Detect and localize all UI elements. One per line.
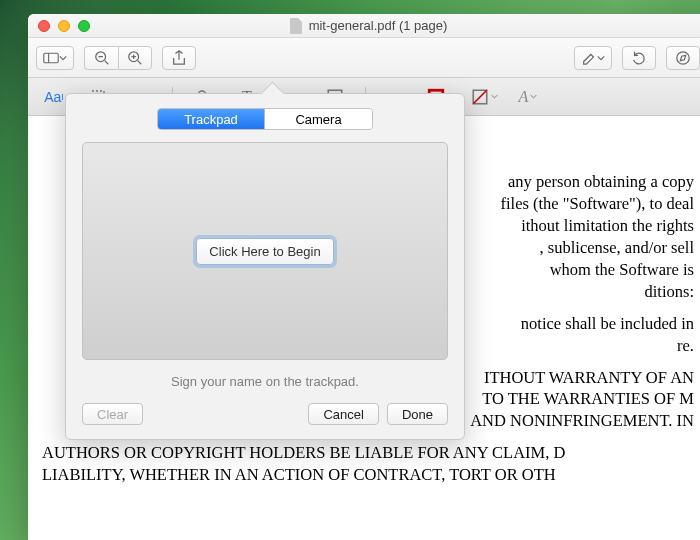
zoom-in-button[interactable] <box>118 46 152 70</box>
zoom-window-button[interactable] <box>78 20 90 32</box>
window-title-text: mit-general.pdf (1 page) <box>309 18 448 33</box>
chevron-down-icon <box>491 93 498 100</box>
text-style-tool[interactable]: AaI <box>40 85 68 109</box>
highlight-icon <box>581 50 597 66</box>
chevron-down-icon <box>597 54 605 62</box>
signature-canvas[interactable]: Click Here to Begin <box>82 142 448 360</box>
highlight-button[interactable] <box>574 46 612 70</box>
clear-button[interactable]: Clear <box>82 403 143 425</box>
window-title: mit-general.pdf (1 page) <box>28 18 700 34</box>
svg-line-6 <box>138 60 142 64</box>
close-window-button[interactable] <box>38 20 50 32</box>
markup-icon <box>675 50 691 66</box>
svg-point-9 <box>677 51 689 63</box>
share-icon <box>171 50 187 66</box>
svg-line-3 <box>104 60 108 64</box>
signature-hint: Sign your name on the trackpad. <box>82 374 448 389</box>
view-mode-button[interactable] <box>36 46 74 70</box>
rotate-button[interactable] <box>622 46 656 70</box>
titlebar: mit-general.pdf (1 page) <box>28 14 700 38</box>
signature-source-segmented: Trackpad Camera <box>82 108 448 130</box>
rotate-icon <box>631 50 647 66</box>
minimize-window-button[interactable] <box>58 20 70 32</box>
done-button[interactable]: Done <box>387 403 448 425</box>
signature-popover: Trackpad Camera Click Here to Begin Sign… <box>65 93 465 440</box>
zoom-out-icon <box>94 50 110 66</box>
window-controls <box>38 20 90 32</box>
camera-tab[interactable]: Camera <box>265 109 372 129</box>
cancel-button[interactable]: Cancel <box>308 403 378 425</box>
font-tool[interactable]: A <box>514 85 542 109</box>
svg-line-21 <box>473 90 487 104</box>
zoom-out-button[interactable] <box>84 46 118 70</box>
popover-footer: Clear Cancel Done <box>82 403 448 425</box>
begin-signature-button[interactable]: Click Here to Begin <box>196 238 333 265</box>
sidebar-icon <box>43 50 59 66</box>
fill-color-icon <box>471 88 489 106</box>
trackpad-tab[interactable]: Trackpad <box>158 109 265 129</box>
zoom-in-icon <box>127 50 143 66</box>
markup-button[interactable] <box>666 46 700 70</box>
document-icon <box>289 18 303 34</box>
svg-rect-0 <box>44 53 58 63</box>
share-button[interactable] <box>162 46 196 70</box>
chevron-down-icon <box>59 54 67 62</box>
chevron-down-icon <box>530 93 537 100</box>
fill-color-tool[interactable] <box>470 85 498 109</box>
main-toolbar <box>28 38 700 78</box>
zoom-group <box>84 46 152 70</box>
document-text: AUTHORS OR COPYRIGHT HOLDERS BE LIABLE F… <box>42 442 694 486</box>
